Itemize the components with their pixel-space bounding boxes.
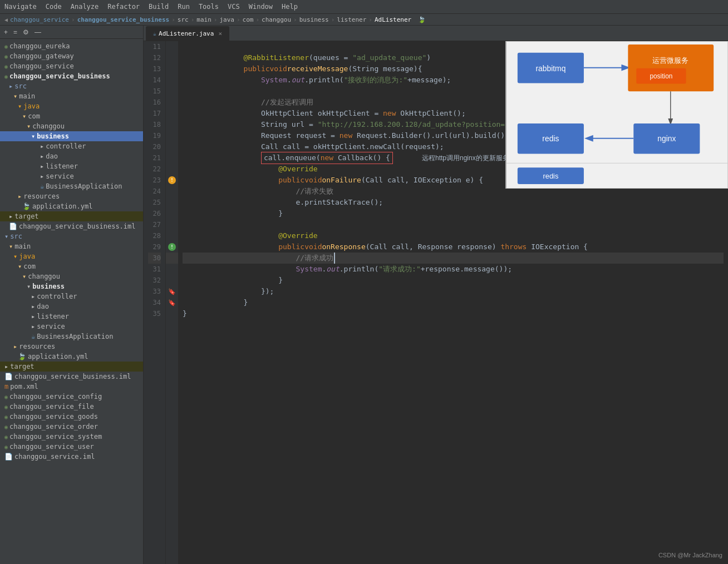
sidebar-item-eureka[interactable]: ◉ changgou_eureka [0,41,143,51]
folder-icon: ▸ [31,303,35,310]
sidebar-item-user-label: changgou_service_user [9,443,94,451]
sidebar-add-btn[interactable]: + [2,28,9,37]
sidebar-item-goods-label: changgou_service_goods [9,413,98,420]
sidebar-item-businessapp1[interactable]: ☕ BusinessApplication [0,181,143,191]
module-icon: ◉ [4,63,8,70]
diagram-panel: rabbitmq 运营微服务 position redis ngin [505,41,728,189]
folder-icon: ▾ [31,132,35,140]
sidebar-item-dao1[interactable]: ▸ dao [0,151,143,161]
sidebar-item-user[interactable]: ◉ changgou_service_user [0,442,143,452]
breadcrumb-main[interactable]: main [196,16,211,23]
breadcrumb-adlistener[interactable]: AdListener [375,16,411,23]
breadcrumb-src[interactable]: src [178,16,189,23]
sidebar-item-system[interactable]: ◉ changgou_service_system [0,432,143,442]
menu-window[interactable]: Window [249,3,273,11]
sidebar-item-appyml2[interactable]: 🍃 application.yml [0,352,143,362]
sidebar-gear-btn[interactable]: ⚙ [21,28,31,37]
menu-build[interactable]: Build [149,3,169,11]
sidebar-item-system-label: changgou_service_system [9,433,102,441]
sidebar-item-service1[interactable]: ▸ service [0,171,143,181]
sidebar-item-gateway[interactable]: ◉ changgou_gateway [0,51,143,61]
folder-icon: ▸ [40,142,44,150]
sidebar-item-main2[interactable]: ▾ main [0,241,143,251]
sidebar-item-serviceiml[interactable]: 📄 changgou_service.iml [0,452,143,462]
folder-icon: ▾ [9,243,13,250]
folder-icon: ▾ [4,232,8,240]
sidebar-item-goods[interactable]: ◉ changgou_service_goods [0,412,143,422]
yaml-icon: 🍃 [18,353,26,360]
sidebar-item-main1-label: main [19,92,35,100]
sidebar-item-iml1[interactable]: 📄 changgou_service_business.iml [0,221,143,231]
module-icon: ◉ [4,414,8,420]
sidebar-item-business2[interactable]: ▾ business [0,281,143,291]
breadcrumb-business[interactable]: business [299,16,329,23]
sidebar-item-target2[interactable]: ▸ target [0,362,143,372]
sidebar-item-iml2[interactable]: 📄 changgou_service_business.iml [0,372,143,382]
sidebar-item-src2[interactable]: ▾ src [0,231,143,241]
menu-analyze[interactable]: Analyze [71,3,99,11]
sidebar-item-gateway-label: changgou_gateway [9,52,74,60]
sidebar-item-com2-label: com [23,263,36,270]
sidebar-item-service2-label: service [37,323,65,330]
sidebar-item-iml1-label: changgou_service_business.iml [19,222,136,230]
menu-refactor[interactable]: Refactor [107,3,140,11]
sidebar-item-service-label: changgou_service [9,62,74,70]
folder-icon: ▾ [13,253,17,260]
sidebar-item-order[interactable]: ◉ changgou_service_order [0,422,143,432]
menu-vcs[interactable]: VCS [228,3,240,11]
sidebar-item-dao2[interactable]: ▸ dao [0,301,143,311]
sidebar-item-changgou2[interactable]: ▾ changgou [0,271,143,281]
breadcrumb-project[interactable]: changgou_service_business [77,16,170,23]
tab-adlistener[interactable]: ☕ AdListener.java × [146,26,229,41]
sidebar-item-java2-label: java [19,253,35,260]
sidebar-item-com1[interactable]: ▾ com [0,111,143,121]
sidebar-item-dao1-label: dao [46,152,58,160]
sidebar-item-resources2[interactable]: ▸ resources [0,342,143,352]
menu-code[interactable]: Code [46,3,62,11]
menu-tools[interactable]: Tools [199,3,219,11]
sidebar-item-service2[interactable]: ▸ service [0,321,143,332]
sidebar-item-java1[interactable]: ▾ java [0,101,143,111]
breadcrumb-com[interactable]: com [243,16,254,23]
sidebar-item-pom-label: pom.xml [10,383,38,390]
sidebar-dash-btn[interactable]: — [33,28,43,37]
menu-navigate[interactable]: Navigate [4,3,37,11]
sidebar-item-service-business[interactable]: ◉ changgou_service_business [0,71,143,81]
sidebar-item-service[interactable]: ◉ changgou_service [0,61,143,71]
sidebar-item-controller1[interactable]: ▸ controller [0,141,143,151]
breadcrumb-java[interactable]: java [219,16,234,23]
breadcrumb-listener[interactable]: listener [337,16,366,23]
sidebar-item-src1[interactable]: ▸ src [0,81,143,91]
module-icon: ◉ [4,43,8,50]
sidebar-item-resources1[interactable]: ▸ resources [0,191,143,201]
sidebar-item-java2[interactable]: ▾ java [0,251,143,261]
folder-icon: ▸ [18,192,22,200]
sidebar-item-pom[interactable]: m pom.xml [0,382,143,392]
menu-run[interactable]: Run [178,3,190,11]
module-icon: ◉ [4,404,8,410]
java-file-icon: ☕ [31,333,35,340]
sidebar-item-main1[interactable]: ▾ main [0,91,143,101]
sidebar-eq-btn[interactable]: = [12,28,19,37]
sidebar-item-config[interactable]: ◉ changgou_service_config [0,392,143,402]
sidebar-item-changgou1[interactable]: ▾ changgou [0,121,143,131]
sidebar-item-appyml2-label: application.yml [28,353,88,360]
close-tab-icon[interactable]: × [218,30,222,37]
sidebar-item-business1[interactable]: ▾ business [0,131,143,141]
breadcrumb-changgou[interactable]: changgou [262,16,291,23]
sidebar-item-src2-label: src [10,232,22,240]
sidebar-item-resources2-label: resources [19,343,55,350]
sidebar-item-listener1[interactable]: ▸ listener [0,161,143,171]
sidebar-item-listener2[interactable]: ▸ listener [0,311,143,321]
menu-help[interactable]: Help [282,3,298,11]
sidebar-item-service-business-label: changgou_service_business [9,72,110,80]
sidebar-item-file[interactable]: ◉ changgou_service_file [0,402,143,412]
sidebar-item-com2[interactable]: ▾ com [0,261,143,271]
sidebar-item-businessapp2[interactable]: ☕ BusinessApplication [0,332,143,342]
sidebar-item-appyml1[interactable]: 🍃 application.yml [0,201,143,211]
editor-container[interactable]: 11 12 13 14 15 16 17 18 19 20 21 22 23 2… [144,41,728,564]
folder-icon: ▸ [9,212,13,220]
breadcrumb-module[interactable]: changgou_service [10,16,69,23]
sidebar-item-target1[interactable]: ▸ target [0,211,143,221]
sidebar-item-controller2[interactable]: ▸ controller [0,291,143,301]
